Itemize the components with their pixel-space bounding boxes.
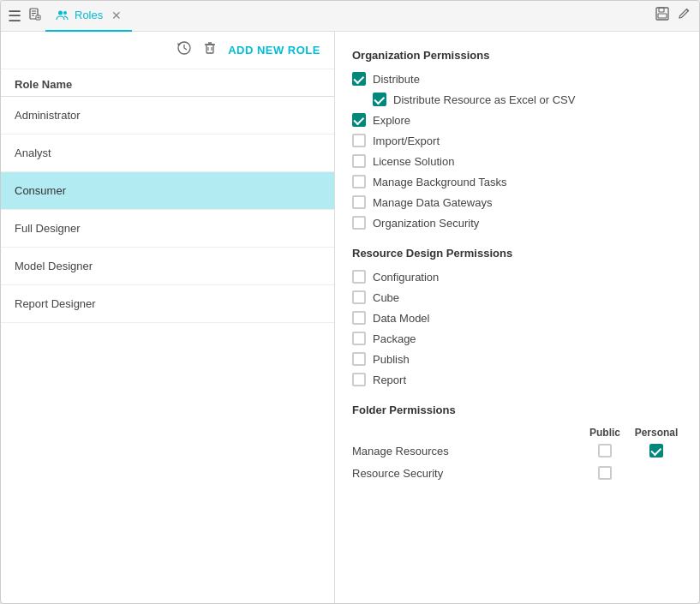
folder-permissions-table: Public Personal Manage Resources Resourc… bbox=[352, 427, 682, 480]
perm-license-solution: License Solution bbox=[352, 154, 682, 168]
body: ADD NEW ROLE Role Name Administrator Ana… bbox=[1, 32, 699, 603]
perm-license-solution-label: License Solution bbox=[373, 155, 454, 168]
titlebar: ☰ Roles ✕ bbox=[1, 1, 699, 32]
checkbox-distribute[interactable] bbox=[352, 72, 366, 86]
checkbox-org-security[interactable] bbox=[352, 216, 366, 230]
perm-manage-data-gateways: Manage Data Gateways bbox=[352, 195, 682, 209]
perm-data-model: Data Model bbox=[352, 311, 682, 325]
roles-tab[interactable]: Roles ✕ bbox=[45, 1, 132, 32]
svg-rect-11 bbox=[658, 14, 667, 18]
role-list: Administrator Analyst Consumer Full Desi… bbox=[1, 97, 334, 603]
folder-resource-security-label: Resource Security bbox=[352, 467, 579, 480]
perm-configuration-label: Configuration bbox=[373, 271, 439, 284]
checkbox-manage-resources-personal[interactable] bbox=[649, 444, 663, 457]
org-permissions-title: Organization Permissions bbox=[352, 49, 682, 62]
svg-point-8 bbox=[63, 11, 67, 15]
folder-col-public-header: Public bbox=[579, 427, 631, 439]
checkbox-import-export[interactable] bbox=[352, 134, 366, 147]
perm-import-export: Import/Export bbox=[352, 134, 682, 147]
svg-rect-10 bbox=[659, 8, 664, 12]
folder-row-resource-security: Resource Security bbox=[352, 466, 682, 480]
perm-manage-bg-tasks-label: Manage Background Tasks bbox=[373, 176, 507, 188]
checkbox-manage-data-gateways[interactable] bbox=[352, 195, 366, 209]
perm-import-export-label: Import/Export bbox=[373, 135, 440, 147]
perm-manage-bg-tasks: Manage Background Tasks bbox=[352, 175, 682, 188]
folder-manage-resources-public bbox=[579, 444, 631, 457]
checkbox-publish[interactable] bbox=[352, 352, 366, 366]
perm-explore: Explore bbox=[352, 113, 682, 127]
delete-icon[interactable] bbox=[202, 40, 218, 60]
perm-configuration: Configuration bbox=[352, 270, 682, 284]
folder-row-manage-resources: Manage Resources bbox=[352, 444, 682, 457]
role-item-analyst[interactable]: Analyst bbox=[1, 135, 334, 172]
checkbox-configuration[interactable] bbox=[352, 270, 366, 284]
perm-package: Package bbox=[352, 332, 682, 345]
checkbox-package[interactable] bbox=[352, 332, 366, 345]
role-item-administrator[interactable]: Administrator bbox=[1, 97, 334, 135]
folder-manage-resources-personal bbox=[631, 444, 682, 457]
perm-distribute: Distribute bbox=[352, 72, 682, 86]
perm-report-label: Report bbox=[373, 374, 406, 386]
main-window: ☰ Roles ✕ bbox=[0, 0, 700, 604]
folder-col-headers: Public Personal bbox=[352, 427, 682, 439]
perm-distribute-label: Distribute bbox=[373, 73, 420, 86]
checkbox-explore[interactable] bbox=[352, 113, 366, 127]
history-icon[interactable] bbox=[176, 40, 192, 60]
folder-manage-resources-label: Manage Resources bbox=[352, 445, 579, 457]
perm-data-model-label: Data Model bbox=[373, 312, 429, 325]
svg-point-7 bbox=[58, 10, 63, 15]
users-tab-icon bbox=[56, 9, 69, 22]
tab-close-icon[interactable]: ✕ bbox=[111, 9, 122, 22]
left-toolbar: ADD NEW ROLE bbox=[1, 32, 334, 69]
perm-report: Report bbox=[352, 373, 682, 386]
perm-publish-label: Publish bbox=[373, 353, 410, 366]
folder-permissions-title: Folder Permissions bbox=[352, 404, 682, 416]
perm-cube-label: Cube bbox=[373, 291, 399, 304]
tab-label: Roles bbox=[75, 9, 103, 21]
titlebar-actions bbox=[655, 6, 692, 26]
perm-package-label: Package bbox=[373, 332, 416, 345]
checkbox-resource-security-public[interactable] bbox=[598, 466, 612, 480]
checkbox-data-model[interactable] bbox=[352, 311, 366, 325]
folder-col-personal-header: Personal bbox=[631, 427, 682, 439]
left-panel: ADD NEW ROLE Role Name Administrator Ana… bbox=[1, 32, 335, 603]
checkbox-license-solution[interactable] bbox=[352, 154, 366, 168]
add-new-role-button[interactable]: ADD NEW ROLE bbox=[228, 44, 320, 57]
save-icon[interactable] bbox=[655, 6, 670, 26]
role-item-consumer[interactable]: Consumer bbox=[1, 172, 334, 210]
checkbox-manage-resources-public[interactable] bbox=[598, 444, 612, 457]
role-item-report-designer[interactable]: Report Designer bbox=[1, 285, 334, 323]
edit-icon[interactable] bbox=[677, 6, 692, 26]
resource-permissions-title: Resource Design Permissions bbox=[352, 247, 682, 260]
right-panel: Organization Permissions Distribute Dist… bbox=[335, 32, 699, 603]
menu-icon[interactable]: ☰ bbox=[8, 7, 21, 26]
checkbox-distribute-excel[interactable] bbox=[373, 93, 386, 106]
perm-org-security: Organization Security bbox=[352, 216, 682, 230]
perm-org-security-label: Organization Security bbox=[373, 217, 479, 230]
role-item-full-designer[interactable]: Full Designer bbox=[1, 210, 334, 248]
checkbox-report[interactable] bbox=[352, 373, 366, 386]
svg-rect-13 bbox=[206, 45, 213, 53]
perm-manage-data-gateways-label: Manage Data Gateways bbox=[373, 196, 492, 209]
perm-distribute-excel-label: Distribute Resource as Excel or CSV bbox=[393, 93, 575, 106]
perm-cube: Cube bbox=[352, 290, 682, 304]
perm-distribute-excel: Distribute Resource as Excel or CSV bbox=[373, 93, 682, 106]
checkbox-manage-bg-tasks[interactable] bbox=[352, 175, 366, 188]
perm-explore-label: Explore bbox=[373, 114, 410, 127]
checkbox-cube[interactable] bbox=[352, 290, 366, 304]
role-list-header: Role Name bbox=[1, 69, 334, 97]
folder-resource-security-public bbox=[579, 466, 631, 480]
perm-publish: Publish bbox=[352, 352, 682, 366]
new-tab-icon[interactable] bbox=[28, 8, 42, 25]
role-item-model-designer[interactable]: Model Designer bbox=[1, 248, 334, 285]
